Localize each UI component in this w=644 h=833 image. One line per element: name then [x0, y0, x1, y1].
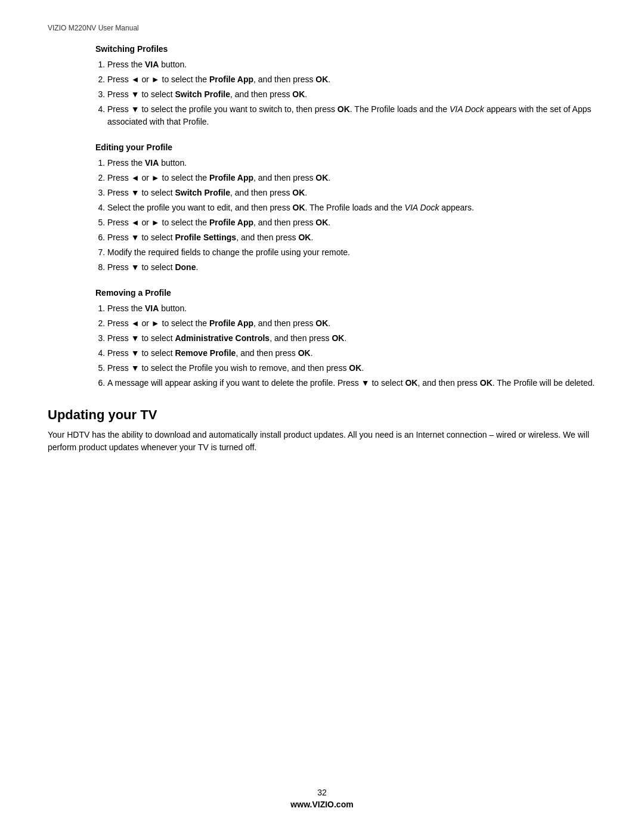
footer-page-number: 32 — [0, 788, 644, 797]
list-item: Press ▼ to select Administrative Control… — [107, 332, 596, 345]
editing-profile-list: Press the VIA button. Press ◄ or ► to se… — [95, 157, 596, 274]
list-item: Press ▼ to select Remove Profile, and th… — [107, 347, 596, 360]
removing-profile-title: Removing a Profile — [95, 288, 596, 298]
page-header: VIZIO M220NV User Manual — [48, 24, 596, 32]
list-item: Press ◄ or ► to select the Profile App, … — [107, 317, 596, 330]
list-item: Press ▼ to select the Profile you wish t… — [107, 362, 596, 374]
list-item: Press ▼ to select the profile you want t… — [107, 103, 596, 128]
removing-profile-section: Removing a Profile Press the VIA button.… — [48, 288, 596, 389]
editing-profile-title: Editing your Profile — [95, 143, 596, 152]
switching-profiles-list: Press the VIA button. Press ◄ or ► to se… — [95, 58, 596, 128]
switching-profiles-section: Switching Profiles Press the VIA button.… — [48, 44, 596, 128]
switching-profiles-title: Switching Profiles — [95, 44, 596, 54]
list-item: Press ▼ to select Switch Profile, and th… — [107, 88, 596, 101]
updating-tv-heading: Updating your TV — [48, 407, 596, 423]
list-item: Press ▼ to select Switch Profile, and th… — [107, 187, 596, 199]
list-item: Press ◄ or ► to select the Profile App, … — [107, 172, 596, 184]
list-item: Press ▼ to select Done. — [107, 261, 596, 274]
page-container: VIZIO M220NV User Manual Switching Profi… — [0, 0, 644, 833]
list-item: A message will appear asking if you want… — [107, 377, 596, 389]
list-item: Press ◄ or ► to select the Profile App, … — [107, 73, 596, 86]
list-item: Press the VIA button. — [107, 157, 596, 169]
page-footer: 32 www.VIZIO.com — [0, 788, 644, 809]
list-item: Press ◄ or ► to select the Profile App, … — [107, 216, 596, 229]
editing-profile-section: Editing your Profile Press the VIA butto… — [48, 143, 596, 274]
list-item: Press ▼ to select Profile Settings, and … — [107, 231, 596, 244]
list-item: Select the profile you want to edit, and… — [107, 202, 596, 214]
footer-url: www.VIZIO.com — [0, 800, 644, 809]
list-item: Press the VIA button. — [107, 58, 596, 71]
removing-profile-list: Press the VIA button. Press ◄ or ► to se… — [95, 302, 596, 389]
list-item: Press the VIA button. — [107, 302, 596, 315]
updating-tv-intro: Your HDTV has the ability to download an… — [48, 429, 596, 454]
updating-tv-section: Updating your TV Your HDTV has the abili… — [48, 407, 596, 454]
list-item: Modify the required fields to change the… — [107, 246, 596, 259]
